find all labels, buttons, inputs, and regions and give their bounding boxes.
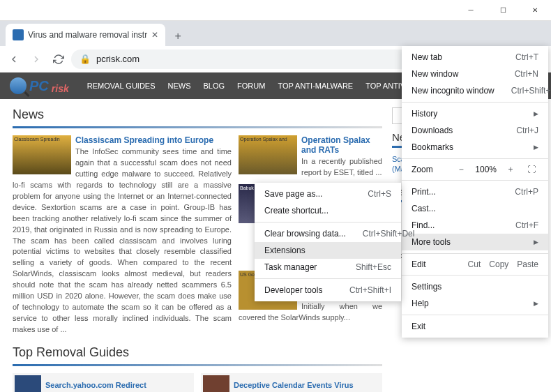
nav-anti-malware[interactable]: TOP ANTI-MALWARE <box>278 82 353 90</box>
guide-title: Search.yahoo.com Redirect <box>45 381 146 389</box>
cut-button[interactable]: Cut <box>468 259 481 269</box>
article-thumbnail[interactable]: Operation Spalax and <box>239 135 297 174</box>
article-thumbnail[interactable]: Classiscam Spreadin <box>13 135 71 174</box>
favicon-icon <box>13 29 24 40</box>
news-heading: News <box>13 107 382 122</box>
tab-close-button[interactable]: ✕ <box>151 30 158 40</box>
submenu-clear-data[interactable]: Clear browsing data...Ctrl+Shift+Del <box>255 225 401 242</box>
submenu-save-page[interactable]: Save page as...Ctrl+S <box>255 186 401 202</box>
zoom-value: 100% <box>475 165 497 174</box>
fullscreen-button[interactable]: ⛶ <box>524 165 538 174</box>
tab-strip: Virus and malware removal instr ✕ + <box>0 21 551 46</box>
browser-tab[interactable]: Virus and malware removal instr ✕ <box>6 24 165 46</box>
menu-more-tools[interactable]: More tools▶ <box>402 234 548 250</box>
close-window-button[interactable]: ✕ <box>519 0 551 21</box>
top-removal-heading: Top Removal Guides <box>13 345 382 360</box>
logo-icon <box>10 77 27 94</box>
copy-button[interactable]: Copy <box>489 259 508 269</box>
guide-title: Deceptive Calendar Events Virus <box>234 381 354 389</box>
lock-icon: 🔒 <box>80 54 91 64</box>
guide-thumbnail <box>15 375 41 392</box>
menu-zoom: Zoom − 100% + ⛶ <box>402 162 548 177</box>
divider <box>13 126 382 128</box>
reload-button[interactable] <box>49 50 68 69</box>
nav-forum[interactable]: FORUM <box>237 82 265 90</box>
guide-thumbnail <box>203 375 229 392</box>
nav-news[interactable]: NEWS <box>168 82 191 90</box>
logo-text-pc: PC <box>29 78 49 94</box>
menu-find[interactable]: Find...Ctrl+F <box>402 217 548 234</box>
nav-blog[interactable]: BLOG <box>204 82 225 90</box>
back-button[interactable] <box>4 50 24 69</box>
site-logo[interactable]: PCrisk <box>10 77 69 94</box>
forward-button[interactable] <box>27 50 46 69</box>
submenu-dev-tools[interactable]: Developer toolsCtrl+Shift+I <box>255 282 401 299</box>
divider <box>13 364 382 366</box>
menu-edit: Edit Cut Copy Paste <box>402 257 548 272</box>
guide-item[interactable]: Deceptive Calendar Events Virus <box>201 373 382 392</box>
maximize-button[interactable]: ☐ <box>487 0 519 21</box>
menu-downloads[interactable]: DownloadsCtrl+J <box>402 122 548 139</box>
article-body: The InfoSec community sees time and time… <box>13 146 232 336</box>
menu-history[interactable]: History▶ <box>402 105 548 122</box>
new-tab-button[interactable]: + <box>168 27 188 46</box>
window-titlebar: ─ ☐ ✕ <box>0 0 551 21</box>
nav-removal-guides[interactable]: REMOVAL GUIDES <box>87 82 156 90</box>
guide-item[interactable]: Search.yahoo.com Redirect <box>13 373 194 392</box>
paste-button[interactable]: Paste <box>517 259 538 269</box>
minimize-button[interactable]: ─ <box>455 0 487 21</box>
zoom-in-button[interactable]: + <box>504 165 518 174</box>
submenu-extensions[interactable]: Extensions <box>255 242 401 259</box>
menu-print[interactable]: Print...Ctrl+P <box>402 183 548 200</box>
menu-exit[interactable]: Exit <box>402 318 548 335</box>
url-text: pcrisk.com <box>96 54 139 64</box>
menu-cast[interactable]: Cast... <box>402 200 548 217</box>
submenu-task-manager[interactable]: Task managerShift+Esc <box>255 259 401 276</box>
chrome-main-menu: New tabCtrl+T New windowCtrl+N New incog… <box>402 46 548 338</box>
logo-text-risk: risk <box>52 83 69 94</box>
submenu-create-shortcut[interactable]: Create shortcut... <box>255 202 401 219</box>
menu-help[interactable]: Help▶ <box>402 295 548 312</box>
menu-settings[interactable]: Settings <box>402 278 548 295</box>
menu-new-tab[interactable]: New tabCtrl+T <box>402 49 548 66</box>
menu-incognito[interactable]: New incognito windowCtrl+Shift+N <box>402 82 548 99</box>
zoom-out-button[interactable]: − <box>454 165 468 174</box>
menu-new-window[interactable]: New windowCtrl+N <box>402 66 548 82</box>
more-tools-submenu: Save page as...Ctrl+S Create shortcut...… <box>255 183 401 301</box>
tab-title: Virus and malware removal instr <box>28 30 147 40</box>
menu-bookmarks[interactable]: Bookmarks▶ <box>402 139 548 156</box>
